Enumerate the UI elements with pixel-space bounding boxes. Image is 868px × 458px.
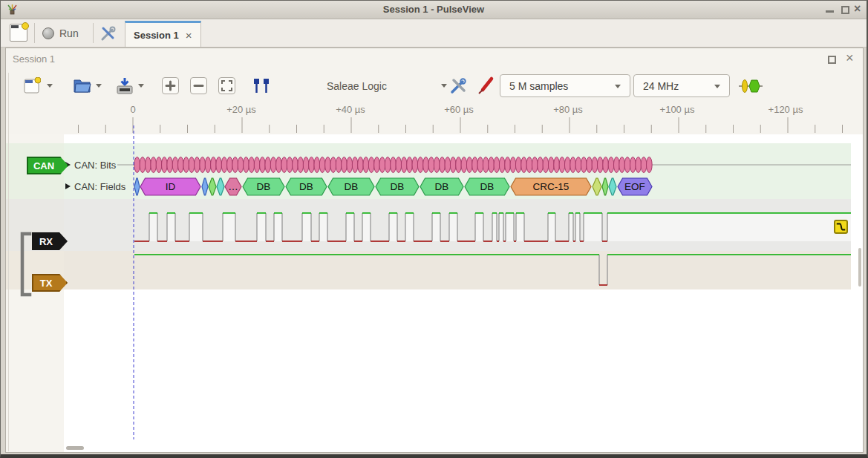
trigger-button[interactable] [251, 77, 272, 97]
run-button[interactable]: Run [42, 23, 85, 43]
fit-icon [221, 79, 233, 92]
sample-rate-select[interactable]: 24 MHz [633, 74, 730, 97]
decoder-icon [739, 78, 763, 94]
new-session-button[interactable] [9, 23, 28, 42]
horizontal-scrollbar-thumb[interactable] [66, 446, 84, 450]
time-ruler: 0+20 µs+40 µs+60 µs+80 µs+100 µs+120 µs [1, 104, 867, 116]
session-toolbar: Saleae Logic 5 M samples 24 MHz [6, 73, 863, 99]
wrench-icon [99, 32, 117, 45]
ruler-label: +80 µs [553, 104, 583, 115]
open-file-button[interactable] [73, 77, 92, 96]
sample-rate-value: 24 MHz [643, 80, 679, 92]
sample-count-value: 5 M samples [509, 80, 568, 92]
run-label: Run [59, 27, 79, 39]
ruler-label: +100 µs [660, 104, 695, 115]
decoder-rows-background [64, 143, 851, 199]
subwindow-maximize-button[interactable] [828, 56, 836, 64]
chevron-down-icon [615, 85, 621, 88]
ruler-label: +20 µs [226, 104, 256, 115]
main-toolbar: Run Session 1 × [1, 19, 867, 48]
ruler-label: +120 µs [769, 104, 803, 115]
add-decoder-button[interactable] [739, 78, 763, 97]
rx-row-background [64, 199, 851, 251]
tab-label: Session 1 [134, 30, 179, 41]
maximize-button[interactable] [841, 6, 849, 14]
tab-close-icon[interactable]: × [186, 29, 192, 42]
vertical-scrollbar-thumb[interactable] [858, 248, 861, 287]
probe-icon [474, 76, 495, 96]
row-label-can-fields: CAN: Fields [74, 181, 125, 192]
run-state-icon [42, 27, 54, 39]
save-dropdown-arrow[interactable] [138, 84, 144, 88]
window-title: Session 1 - PulseView [1, 4, 867, 15]
zoom-in-button[interactable] [162, 77, 179, 94]
tx-row-background [64, 251, 851, 289]
minimize-button[interactable] [826, 10, 834, 13]
wrench-icon [448, 76, 468, 96]
plus-icon [165, 80, 176, 91]
chevron-down-icon [441, 84, 447, 88]
panel-divider [8, 73, 9, 451]
ruler-label: +40 µs [336, 104, 365, 115]
trigger-marker[interactable] [834, 220, 848, 234]
subwindow-title: Session 1 [13, 53, 55, 65]
channels-probe-button[interactable] [474, 76, 495, 99]
falling-edge-icon [835, 221, 846, 232]
toolbar-separator [34, 23, 35, 43]
pulseview-window: Session 1 - PulseView × Run [0, 0, 868, 458]
save-button[interactable] [115, 77, 134, 98]
minus-icon [193, 80, 204, 91]
open-file-dropdown-arrow[interactable] [96, 84, 102, 88]
subwindow-close-button[interactable]: × [846, 50, 854, 66]
zoom-fit-button[interactable] [218, 77, 235, 94]
device-select[interactable]: Saleae Logic [316, 74, 457, 97]
expand-arrow-icon[interactable] [65, 183, 71, 189]
close-button[interactable]: × [854, 2, 861, 16]
sample-count-select[interactable]: 5 M samples [500, 74, 630, 97]
zoom-out-button[interactable] [190, 77, 207, 94]
toolbar-separator [93, 23, 94, 43]
device-select-value: Saleae Logic [327, 80, 387, 92]
settings-button[interactable] [99, 24, 117, 42]
new-file-dropdown-arrow[interactable] [47, 84, 53, 88]
tab-session-1[interactable]: Session 1 × [125, 21, 201, 47]
ruler-label: +60 µs [444, 104, 474, 115]
decoder-tag-can[interactable]: CAN [27, 157, 68, 174]
chevron-down-icon [714, 85, 720, 88]
ruler-label: 0 [130, 104, 135, 115]
device-config-button[interactable] [448, 76, 468, 99]
new-session-icon [10, 24, 27, 42]
titlebar: Session 1 - PulseView × [1, 1, 867, 19]
new-file-button[interactable] [23, 77, 41, 98]
row-label-can-bits: CAN: Bits [74, 160, 116, 171]
